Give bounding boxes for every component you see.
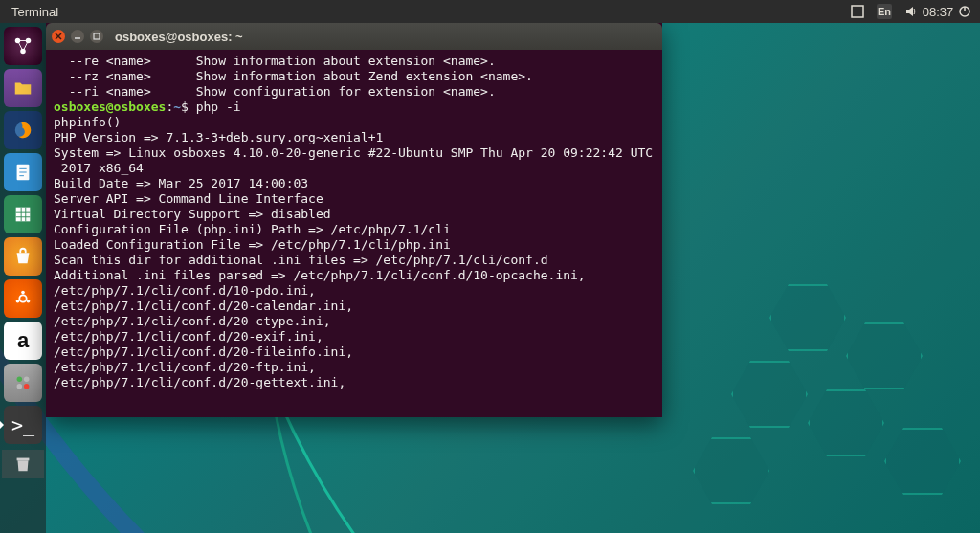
keyboard-layout-indicator[interactable]: En: [877, 4, 892, 19]
window-titlebar[interactable]: osboxes@osboxes: ~: [46, 23, 662, 50]
terminal-line: /etc/php/7.1/cli/conf.d/20-fileinfo.ini,: [54, 344, 655, 360]
terminal-line: /etc/php/7.1/cli/conf.d/20-ftp.ini,: [54, 360, 655, 375]
svg-point-25: [17, 384, 22, 389]
terminal-line: /etc/php/7.1/cli/conf.d/20-ctype.ini,: [54, 314, 655, 329]
dash-icon[interactable]: [4, 27, 42, 65]
svg-point-23: [17, 377, 22, 383]
svg-point-21: [27, 300, 31, 303]
prompt-path: ~: [173, 100, 181, 114]
amazon-icon[interactable]: a: [4, 322, 42, 360]
svg-rect-31: [94, 33, 100, 39]
terminal-line: phpinfo(): [54, 115, 655, 130]
terminal-line: Loaded Configuration File => /etc/php/7.…: [54, 237, 655, 253]
terminal-line: System => Linux osboxes 4.10.0-20-generi…: [54, 145, 655, 161]
terminal-line: /etc/php/7.1/cli/conf.d/20-exif.ini,: [54, 329, 655, 344]
terminal-line: Server API => Command Line Interface: [54, 191, 655, 207]
terminal-line: /etc/php/7.1/cli/conf.d/20-calendar.ini,: [54, 299, 655, 314]
software-center-icon[interactable]: [4, 237, 42, 276]
trash-icon[interactable]: [2, 450, 44, 478]
active-app-title: Terminal: [11, 5, 58, 19]
terminal-icon[interactable]: >_: [4, 406, 42, 444]
svg-point-22: [16, 300, 20, 303]
terminal-line: --rz <name> Show information about Zend …: [54, 69, 655, 84]
svg-point-26: [24, 384, 29, 389]
firefox-icon[interactable]: [4, 111, 42, 149]
terminal-prompt-line: osboxes@osboxes:~$ php -i: [54, 100, 655, 115]
terminal-line: Configuration File (php.ini) Path => /et…: [54, 222, 655, 237]
svg-rect-14: [16, 208, 31, 222]
window-title: osboxes@osboxes: ~: [115, 30, 243, 44]
close-button[interactable]: [52, 30, 65, 43]
svg-rect-27: [17, 458, 30, 461]
terminal-line: /etc/php/7.1/cli/conf.d/10-pdo.ini,: [54, 283, 655, 299]
terminal-line: 2017 x86_64: [54, 161, 655, 176]
terminal-window: osboxes@osboxes: ~ --re <name> Show info…: [46, 23, 662, 417]
terminal-output[interactable]: --re <name> Show information about exten…: [46, 50, 662, 417]
top-panel: Terminal En 08:37: [0, 0, 980, 23]
terminal-line: PHP Version => 7.1.3-3+deb.sury.org~xeni…: [54, 130, 655, 145]
prompt-user: osboxes@osboxes: [54, 100, 166, 114]
terminal-line: --re <name> Show information about exten…: [54, 54, 655, 69]
network-icon[interactable]: [850, 4, 865, 19]
svg-point-24: [24, 377, 29, 383]
terminal-line: Additional .ini files parsed => /etc/php…: [54, 268, 655, 283]
document-icon[interactable]: [4, 153, 42, 191]
svg-point-19: [19, 295, 26, 301]
spreadsheet-icon[interactable]: [4, 195, 42, 233]
minimize-button[interactable]: [71, 30, 84, 43]
svg-point-20: [21, 291, 25, 295]
terminal-line: /etc/php/7.1/cli/conf.d/20-gettext.ini,: [54, 375, 655, 390]
terminal-line: Build Date => Mar 25 2017 14:00:03: [54, 176, 655, 191]
terminal-line: --ri <name> Show configuration for exten…: [54, 84, 655, 100]
volume-icon[interactable]: [903, 4, 919, 19]
terminal-line: Scan this dir for additional .ini files …: [54, 253, 655, 268]
maximize-button[interactable]: [90, 30, 103, 43]
svg-line-7: [18, 41, 24, 52]
system-tray: En 08:37: [850, 4, 972, 19]
ubuntu-icon[interactable]: [4, 279, 42, 318]
svg-rect-0: [852, 6, 863, 17]
settings-icon[interactable]: [4, 364, 42, 402]
svg-line-8: [23, 41, 29, 52]
unity-launcher: a >_: [0, 23, 46, 533]
terminal-line: Virtual Directory Support => disabled: [54, 207, 655, 222]
power-icon[interactable]: [957, 4, 972, 19]
terminal-command: php -i: [196, 100, 241, 114]
clock[interactable]: 08:37: [930, 4, 946, 19]
files-icon[interactable]: [4, 69, 42, 107]
